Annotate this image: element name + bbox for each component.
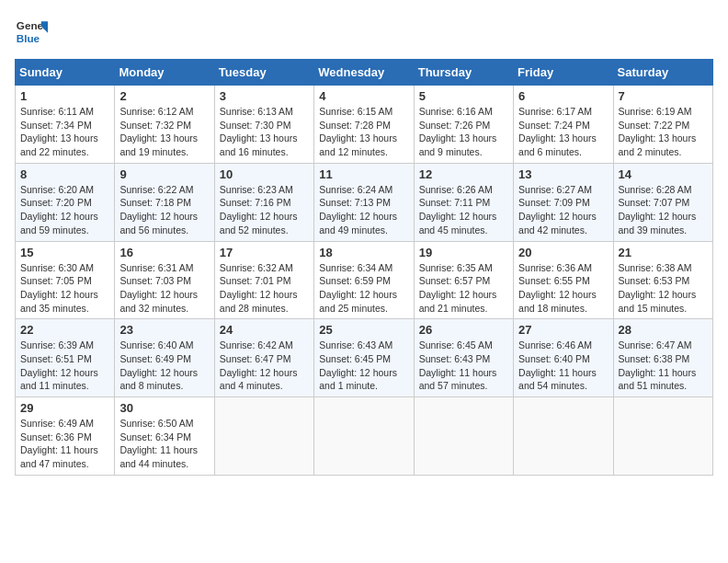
day-number: 22 [20, 323, 109, 337]
calendar-cell: 20 Sunrise: 6:36 AMSunset: 6:55 PMDaylig… [514, 241, 613, 319]
day-detail: Sunrise: 6:24 AMSunset: 7:13 PMDaylight:… [319, 184, 397, 236]
day-number: 29 [20, 401, 109, 415]
day-number: 27 [518, 323, 608, 337]
day-number: 12 [419, 167, 508, 181]
day-number: 13 [518, 167, 608, 181]
calendar-cell: 22 Sunrise: 6:39 AMSunset: 6:51 PMDaylig… [16, 319, 115, 397]
day-detail: Sunrise: 6:12 AMSunset: 7:32 PMDaylight:… [119, 106, 198, 157]
day-detail: Sunrise: 6:11 AMSunset: 7:34 PMDaylight:… [20, 106, 98, 157]
calendar-cell: 1 Sunrise: 6:11 AMSunset: 7:34 PMDayligh… [16, 86, 115, 164]
day-detail: Sunrise: 6:19 AMSunset: 7:22 PMDaylight:… [619, 106, 697, 157]
weekday-header-saturday: Saturday [613, 60, 712, 86]
calendar-cell: 29 Sunrise: 6:49 AMSunset: 6:36 PMDaylig… [16, 397, 115, 476]
calendar-cell: 4 Sunrise: 6:15 AMSunset: 7:28 PMDayligh… [314, 86, 414, 164]
day-detail: Sunrise: 6:13 AMSunset: 7:30 PMDaylight:… [220, 106, 298, 157]
calendar-cell: 16 Sunrise: 6:31 AMSunset: 7:03 PMDaylig… [115, 241, 214, 319]
day-detail: Sunrise: 6:20 AMSunset: 7:20 PMDaylight:… [20, 184, 98, 236]
calendar-cell: 13 Sunrise: 6:27 AMSunset: 7:09 PMDaylig… [514, 163, 613, 241]
day-detail: Sunrise: 6:38 AMSunset: 6:53 PMDaylight:… [619, 262, 697, 314]
day-detail: Sunrise: 6:34 AMSunset: 6:59 PMDaylight:… [319, 262, 397, 314]
day-number: 5 [419, 89, 508, 103]
weekday-header-monday: Monday [115, 60, 214, 86]
calendar-cell: 18 Sunrise: 6:34 AMSunset: 6:59 PMDaylig… [314, 241, 414, 319]
calendar-week-5: 29 Sunrise: 6:49 AMSunset: 6:36 PMDaylig… [16, 397, 713, 476]
day-detail: Sunrise: 6:26 AMSunset: 7:11 PMDaylight:… [419, 184, 497, 236]
day-detail: Sunrise: 6:46 AMSunset: 6:40 PMDaylight:… [518, 339, 597, 391]
calendar-cell [314, 397, 414, 476]
calendar-cell: 25 Sunrise: 6:43 AMSunset: 6:45 PMDaylig… [314, 319, 414, 397]
day-number: 16 [119, 246, 209, 259]
day-detail: Sunrise: 6:49 AMSunset: 6:36 PMDaylight:… [20, 418, 98, 469]
day-detail: Sunrise: 6:43 AMSunset: 6:45 PMDaylight:… [319, 339, 397, 391]
calendar-cell: 19 Sunrise: 6:35 AMSunset: 6:57 PMDaylig… [414, 241, 513, 319]
calendar-cell: 23 Sunrise: 6:40 AMSunset: 6:49 PMDaylig… [115, 319, 214, 397]
calendar-week-2: 8 Sunrise: 6:20 AMSunset: 7:20 PMDayligh… [16, 163, 713, 241]
day-detail: Sunrise: 6:27 AMSunset: 7:09 PMDaylight:… [518, 184, 597, 236]
day-number: 8 [20, 167, 109, 181]
day-detail: Sunrise: 6:30 AMSunset: 7:05 PMDaylight:… [20, 262, 98, 314]
day-number: 20 [518, 246, 608, 259]
day-number: 3 [220, 89, 309, 103]
day-number: 11 [319, 167, 408, 181]
day-number: 21 [619, 246, 708, 259]
weekday-header-tuesday: Tuesday [214, 60, 313, 86]
day-number: 17 [220, 246, 309, 259]
day-detail: Sunrise: 6:40 AMSunset: 6:49 PMDaylight:… [119, 339, 198, 391]
day-detail: Sunrise: 6:17 AMSunset: 7:24 PMDaylight:… [518, 106, 597, 157]
day-number: 18 [319, 246, 408, 259]
weekday-header-sunday: Sunday [16, 60, 115, 86]
calendar-cell: 9 Sunrise: 6:22 AMSunset: 7:18 PMDayligh… [115, 163, 214, 241]
logo-icon: General Blue [15, 15, 48, 48]
weekday-header-friday: Friday [514, 60, 613, 86]
day-detail: Sunrise: 6:22 AMSunset: 7:18 PMDaylight:… [119, 184, 198, 236]
day-number: 19 [419, 246, 508, 259]
calendar-week-4: 22 Sunrise: 6:39 AMSunset: 6:51 PMDaylig… [16, 319, 713, 397]
day-detail: Sunrise: 6:36 AMSunset: 6:55 PMDaylight:… [518, 262, 597, 314]
calendar-cell: 2 Sunrise: 6:12 AMSunset: 7:32 PMDayligh… [115, 86, 214, 164]
day-detail: Sunrise: 6:32 AMSunset: 7:01 PMDaylight:… [220, 262, 298, 314]
calendar-cell [613, 397, 712, 476]
calendar-cell: 7 Sunrise: 6:19 AMSunset: 7:22 PMDayligh… [613, 86, 712, 164]
calendar-cell: 27 Sunrise: 6:46 AMSunset: 6:40 PMDaylig… [514, 319, 613, 397]
day-detail: Sunrise: 6:35 AMSunset: 6:57 PMDaylight:… [419, 262, 497, 314]
day-number: 10 [220, 167, 309, 181]
page-header: General Blue [15, 15, 713, 48]
day-detail: Sunrise: 6:15 AMSunset: 7:28 PMDaylight:… [319, 106, 397, 157]
weekday-header-thursday: Thursday [414, 60, 513, 86]
calendar-cell: 8 Sunrise: 6:20 AMSunset: 7:20 PMDayligh… [16, 163, 115, 241]
day-detail: Sunrise: 6:31 AMSunset: 7:03 PMDaylight:… [119, 262, 198, 314]
svg-text:Blue: Blue [17, 32, 40, 44]
calendar-cell: 21 Sunrise: 6:38 AMSunset: 6:53 PMDaylig… [613, 241, 712, 319]
day-number: 30 [119, 401, 209, 415]
day-number: 23 [119, 323, 209, 337]
calendar-cell: 3 Sunrise: 6:13 AMSunset: 7:30 PMDayligh… [214, 86, 313, 164]
day-detail: Sunrise: 6:16 AMSunset: 7:26 PMDaylight:… [419, 106, 497, 157]
day-number: 4 [319, 89, 408, 103]
calendar-cell: 30 Sunrise: 6:50 AMSunset: 6:34 PMDaylig… [115, 397, 214, 476]
day-number: 14 [619, 167, 708, 181]
day-number: 28 [619, 323, 708, 337]
day-number: 9 [119, 167, 209, 181]
day-detail: Sunrise: 6:47 AMSunset: 6:38 PMDaylight:… [619, 339, 697, 391]
day-detail: Sunrise: 6:39 AMSunset: 6:51 PMDaylight:… [20, 339, 98, 391]
day-detail: Sunrise: 6:28 AMSunset: 7:07 PMDaylight:… [619, 184, 697, 236]
calendar-cell: 11 Sunrise: 6:24 AMSunset: 7:13 PMDaylig… [314, 163, 414, 241]
day-number: 7 [619, 89, 708, 103]
calendar-cell: 24 Sunrise: 6:42 AMSunset: 6:47 PMDaylig… [214, 319, 313, 397]
day-number: 15 [20, 246, 109, 259]
calendar-cell: 15 Sunrise: 6:30 AMSunset: 7:05 PMDaylig… [16, 241, 115, 319]
calendar-cell: 10 Sunrise: 6:23 AMSunset: 7:16 PMDaylig… [214, 163, 313, 241]
day-detail: Sunrise: 6:45 AMSunset: 6:43 PMDaylight:… [419, 339, 497, 391]
calendar-cell: 5 Sunrise: 6:16 AMSunset: 7:26 PMDayligh… [414, 86, 513, 164]
calendar-week-1: 1 Sunrise: 6:11 AMSunset: 7:34 PMDayligh… [16, 86, 713, 164]
day-detail: Sunrise: 6:42 AMSunset: 6:47 PMDaylight:… [220, 339, 298, 391]
calendar-cell [514, 397, 613, 476]
weekday-header-wednesday: Wednesday [314, 60, 414, 86]
day-number: 25 [319, 323, 408, 337]
calendar-cell: 17 Sunrise: 6:32 AMSunset: 7:01 PMDaylig… [214, 241, 313, 319]
calendar-cell: 28 Sunrise: 6:47 AMSunset: 6:38 PMDaylig… [613, 319, 712, 397]
day-number: 1 [20, 89, 109, 103]
day-number: 6 [518, 89, 608, 103]
calendar-week-3: 15 Sunrise: 6:30 AMSunset: 7:05 PMDaylig… [16, 241, 713, 319]
logo: General Blue [15, 15, 48, 48]
